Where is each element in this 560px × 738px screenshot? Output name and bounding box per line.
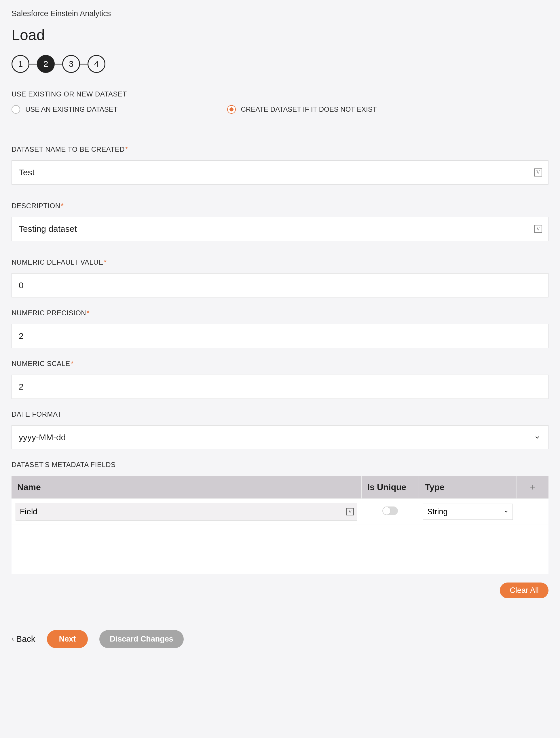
- numeric-scale-input[interactable]: [12, 375, 548, 399]
- numeric-default-input[interactable]: [12, 273, 548, 298]
- step-connector: [80, 64, 87, 64]
- step-1[interactable]: 1: [12, 55, 29, 73]
- description-input[interactable]: [12, 217, 548, 241]
- metadata-label: DATASET'S METADATA FIELDS: [12, 461, 548, 469]
- row-type-select[interactable]: String: [423, 503, 513, 520]
- is-unique-toggle[interactable]: [382, 506, 398, 515]
- next-button[interactable]: Next: [47, 630, 88, 648]
- add-row-button[interactable]: +: [517, 476, 548, 499]
- back-button[interactable]: ‹ Back: [12, 634, 35, 644]
- description-label: DESCRIPTION*: [12, 202, 548, 210]
- step-connector: [29, 64, 37, 64]
- table-row: V String: [12, 499, 548, 525]
- numeric-precision-input[interactable]: [12, 324, 548, 348]
- stepper: 1 2 3 4: [12, 55, 548, 73]
- variable-icon[interactable]: V: [534, 168, 542, 176]
- table-empty-space: [12, 525, 548, 574]
- col-type: Type: [419, 476, 517, 499]
- numeric-precision-label: NUMERIC PRECISION*: [12, 309, 548, 317]
- variable-icon[interactable]: V: [346, 508, 354, 515]
- step-2[interactable]: 2: [37, 55, 55, 73]
- numeric-scale-label: NUMERIC SCALE*: [12, 360, 548, 368]
- discard-changes-button[interactable]: Discard Changes: [99, 630, 184, 648]
- col-is-unique: Is Unique: [361, 476, 419, 499]
- radio-icon: [227, 105, 236, 114]
- breadcrumb[interactable]: Salesforce Einstein Analytics: [12, 9, 111, 18]
- radio-label: USE AN EXISTING DATASET: [25, 105, 118, 113]
- step-3[interactable]: 3: [62, 55, 80, 73]
- radio-use-existing[interactable]: USE AN EXISTING DATASET: [12, 105, 118, 114]
- clear-all-button[interactable]: Clear All: [500, 583, 548, 598]
- date-format-label: DATE FORMAT: [12, 410, 548, 418]
- variable-icon[interactable]: V: [534, 225, 542, 233]
- step-connector: [55, 64, 62, 64]
- radio-icon: [12, 105, 20, 114]
- chevron-left-icon: ‹: [12, 635, 14, 643]
- dataset-name-label: DATASET NAME TO BE CREATED*: [12, 145, 548, 153]
- row-name-input[interactable]: [16, 503, 357, 520]
- dataset-mode-label: USE EXISTING OR NEW DATASET: [12, 90, 548, 98]
- footer-actions: ‹ Back Next Discard Changes: [12, 630, 548, 648]
- radio-label: CREATE DATASET IF IT DOES NOT EXIST: [241, 105, 377, 113]
- page-title: Load: [12, 26, 548, 43]
- metadata-table: Name Is Unique Type + V: [12, 476, 548, 574]
- step-4[interactable]: 4: [87, 55, 105, 73]
- dataset-name-input[interactable]: [12, 160, 548, 184]
- date-format-select[interactable]: yyyy-MM-dd: [12, 425, 548, 449]
- radio-create-if-not-exist[interactable]: CREATE DATASET IF IT DOES NOT EXIST: [227, 105, 377, 114]
- col-name: Name: [12, 476, 361, 499]
- plus-icon: +: [530, 481, 536, 492]
- numeric-default-label: NUMERIC DEFAULT VALUE*: [12, 258, 548, 266]
- dataset-mode-radios: USE AN EXISTING DATASET CREATE DATASET I…: [12, 105, 548, 114]
